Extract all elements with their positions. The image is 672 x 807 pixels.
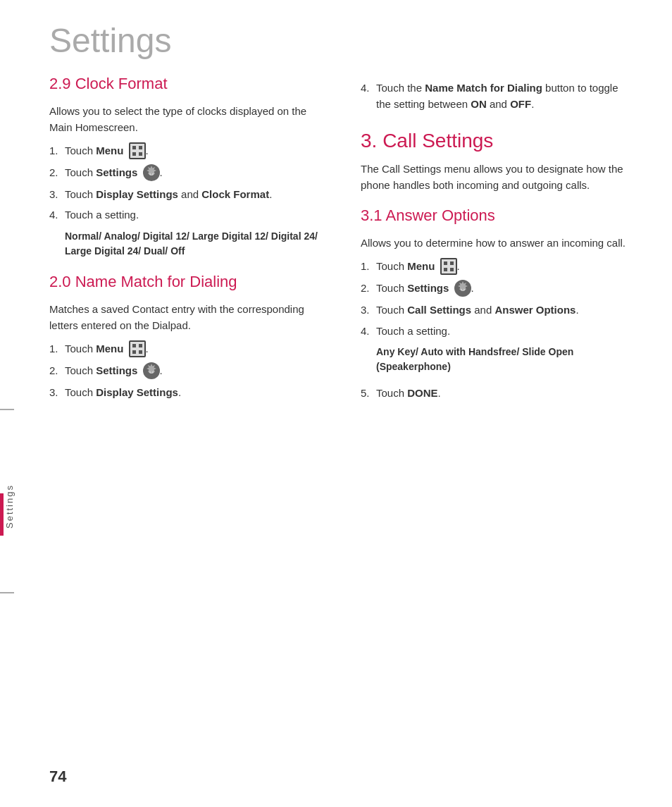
section-29-intro: Allows you to select the type of clocks … [49,103,318,136]
step-29-4: 4. Touch a setting. [49,207,318,223]
step4-name-match: 4. Touch the Name Match for Dialing butt… [361,80,630,113]
section-31-title: 3.1 Answer Options [361,206,630,226]
section-20-title: 2.0 Name Match for Dialing [49,272,318,292]
step-31-1: 1. Touch Menu . [361,258,630,276]
step-29-1: 1. Touch Menu . [49,142,318,160]
section-20: 2.0 Name Match for Dialing Matches a sav… [49,272,318,400]
section-29-note: Normal/ Analog/ Digital 12/ Large Digita… [65,229,318,259]
svg-rect-7 [132,350,136,354]
step-31-3: 3. Touch Call Settings and Answer Option… [361,302,630,318]
page-number: 74 [49,768,66,786]
content-wrapper: 2.9 Clock Format Allows you to select th… [0,74,672,414]
step-29-2: 2. Touch Settings . [49,164,318,182]
step-31-5: 5. Touch DONE. [361,385,630,401]
section-29: 2.9 Clock Format Allows you to select th… [49,74,318,259]
settings-icon-29-2 [143,164,160,181]
menu-icon-20-1 [129,340,146,357]
section-29-steps: 1. Touch Menu . 2. [49,142,318,223]
section-3: 3. Call Settings The Call Settings menu … [361,128,630,194]
section-20-steps: 1. Touch Menu . 2. [49,340,318,400]
step-20-3: 3. Touch Display Settings. [49,384,318,400]
menu-icon-29-1 [129,142,146,159]
svg-rect-11 [450,261,454,265]
sidebar-line-bottom [0,592,14,593]
sidebar-line-top [0,409,14,410]
page-title: Settings [0,0,672,74]
right-column: 4. Touch the Name Match for Dialing butt… [347,74,630,414]
step-20-2: 2. Touch Settings . [49,362,318,380]
step-31-4: 4. Touch a setting. [361,323,630,339]
section-31-intro: Allows you to determine how to answer an… [361,235,630,251]
svg-rect-3 [139,152,142,156]
step-name-match-4: 4. Touch the Name Match for Dialing butt… [361,80,630,113]
menu-icon-31-1 [440,258,457,275]
section-3-intro: The Call Settings menu allows you to des… [361,161,630,194]
svg-rect-1 [139,146,142,149]
step-20-1: 1. Touch Menu . [49,340,318,358]
svg-rect-10 [444,261,447,265]
section-31-note: Any Key/ Auto with Handsfree/ Slide Open… [376,345,630,375]
section-29-title: 2.9 Clock Format [49,74,318,94]
section-20-intro: Matches a saved Contact entry with the c… [49,301,318,334]
settings-icon-20-2 [143,362,160,379]
sidebar-label: Settings [4,423,15,529]
left-column: 2.9 Clock Format Allows you to select th… [49,74,347,414]
section-3-title: 3. Call Settings [361,128,630,154]
svg-rect-5 [132,344,136,347]
svg-rect-2 [132,152,136,156]
step-31-2: 2. Touch Settings . [361,280,630,297]
svg-rect-6 [139,344,142,347]
section-31-steps: 1. Touch Menu . 2. [361,258,630,339]
step-29-3: 3. Touch Display Settings and Clock Form… [49,186,318,202]
svg-rect-13 [450,268,454,271]
svg-rect-12 [444,268,447,271]
svg-rect-0 [132,146,136,149]
settings-icon-31-2 [454,280,471,297]
section-31: 3.1 Answer Options Allows you to determi… [361,206,630,401]
svg-rect-8 [139,350,142,354]
sidebar-bar [0,493,4,536]
